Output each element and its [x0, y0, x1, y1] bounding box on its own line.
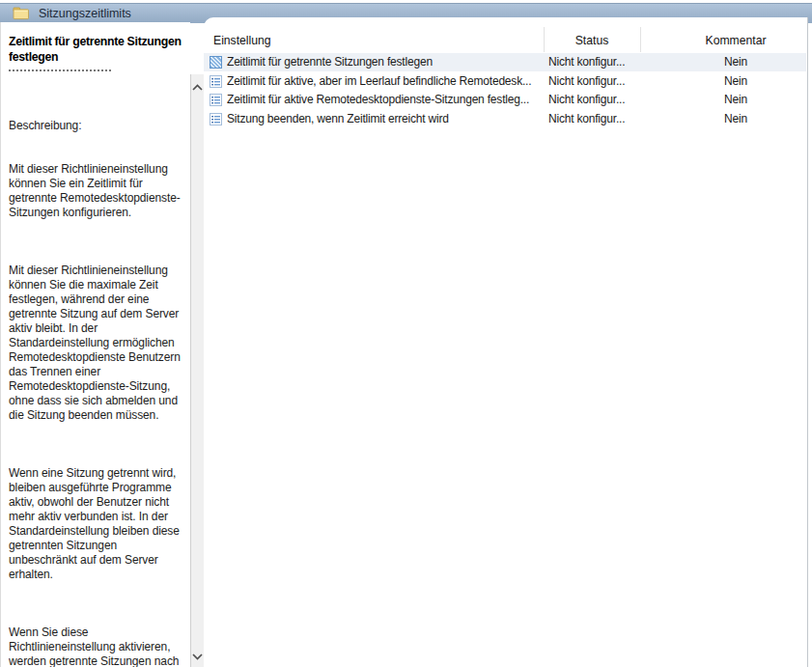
- setting-comment: Nein: [650, 91, 812, 109]
- selected-setting-title: Zeitlimit für getrennte Sitzungen festle…: [9, 34, 188, 67]
- setting-status: Nicht konfigur...: [548, 53, 640, 71]
- scroll-up-button[interactable]: [191, 78, 204, 94]
- table-row[interactable]: Zeitlimit für aktive Remotedesktopdienst…: [204, 91, 806, 109]
- description-scrollbar[interactable]: [190, 74, 204, 667]
- column-header-kommentar[interactable]: Kommentar: [650, 34, 812, 48]
- chevron-up-icon: [192, 77, 203, 95]
- column-header-status[interactable]: Status: [544, 34, 640, 48]
- description-pane: Zeitlimit für getrennte Sitzungen festle…: [0, 22, 190, 667]
- description-paragraph: Mit dieser Richtlinieneinstellung können…: [9, 162, 191, 220]
- description-label: Beschreibung:: [9, 119, 191, 133]
- setting-status: Nicht konfigur...: [548, 91, 640, 109]
- setting-list-icon: [210, 75, 222, 88]
- setting-name: Zeitlimit für aktive Remotedesktopdienst…: [227, 91, 547, 109]
- setting-status: Nicht konfigur...: [548, 72, 640, 91]
- description-paragraph: Mit dieser Richtlinieneinstellung können…: [9, 264, 191, 423]
- gpedit-settings-pane: Sitzungszeitlimits Zeitlimit für getrenn…: [0, 0, 812, 667]
- selected-setting-icon: [210, 56, 222, 69]
- clipped-text-remnant: [9, 67, 111, 71]
- table-row[interactable]: Sitzung beenden, wenn Zeitlimit erreicht…: [204, 110, 806, 128]
- setting-name: Sitzung beenden, wenn Zeitlimit erreicht…: [227, 110, 547, 128]
- settings-list-panel: Einstellung Status Kommentar Zeitlimit f…: [204, 17, 808, 667]
- scroll-down-button[interactable]: [191, 648, 204, 663]
- setting-name: Zeitlimit für aktive, aber im Leerlauf b…: [227, 72, 547, 91]
- folder-icon: [13, 7, 30, 20]
- column-separator: [640, 27, 641, 52]
- column-header-einstellung[interactable]: Einstellung: [213, 34, 271, 48]
- setting-list-icon: [210, 94, 222, 106]
- description-paragraph: Wenn Sie diese Richtlinieneinstellung ak…: [9, 625, 191, 667]
- list-header: Einstellung Status Kommentar: [204, 17, 807, 53]
- table-row[interactable]: Zeitlimit für aktive, aber im Leerlauf b…: [204, 72, 806, 91]
- setting-status: Nicht konfigur...: [548, 110, 640, 128]
- folder-title: Sitzungszeitlimits: [39, 6, 131, 22]
- table-row[interactable]: Zeitlimit für getrennte Sitzungen festle…: [204, 53, 806, 71]
- chevron-down-icon: [192, 647, 203, 664]
- setting-name: Zeitlimit für getrennte Sitzungen festle…: [227, 53, 547, 71]
- setting-list-icon: [210, 113, 222, 125]
- setting-comment: Nein: [650, 72, 812, 91]
- setting-comment: Nein: [650, 110, 812, 128]
- description-paragraph: Wenn eine Sitzung getrennt wird, bleiben…: [9, 466, 191, 582]
- setting-comment: Nein: [650, 53, 812, 71]
- setting-description: Beschreibung: Mit dieser Richtlinieneins…: [9, 90, 191, 667]
